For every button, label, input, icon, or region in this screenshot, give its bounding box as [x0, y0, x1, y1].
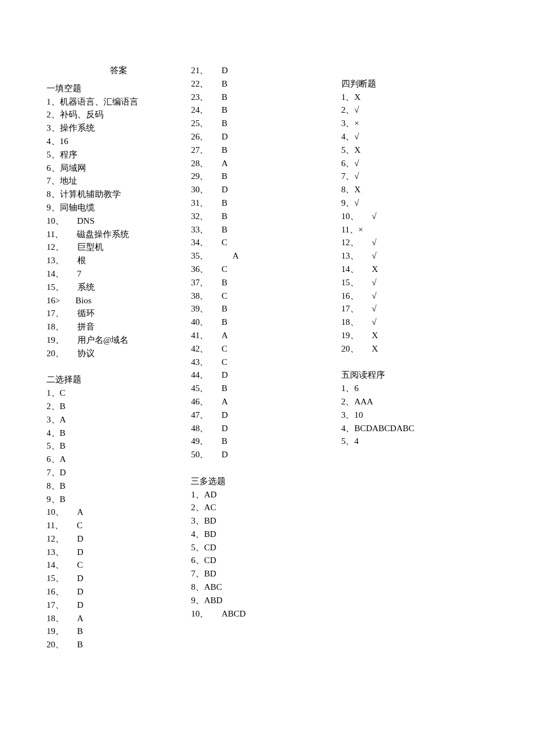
- section2b-item: 40、 B: [191, 316, 341, 329]
- section3-item: 6、CD: [191, 554, 341, 567]
- section4-item: 15、 √: [341, 276, 488, 289]
- section2b-item: 33、 B: [191, 223, 341, 237]
- section1-item: 18、 拼音: [47, 320, 191, 334]
- section4-item: 2、√: [341, 103, 488, 117]
- section4-list: 1、X2、√3、×4、√5、X6、√7、√8、X9、√10、 √11、×12、 …: [341, 91, 488, 356]
- section2b-item: 38、 C: [191, 289, 341, 303]
- section2b-item: 39、 B: [191, 302, 341, 316]
- section4-item: 13、 √: [341, 249, 488, 263]
- section4-item: 4、√: [341, 130, 488, 144]
- section2b-item: 30、 D: [191, 183, 341, 196]
- section3-item: 1、AD: [191, 488, 341, 501]
- section2-item: 8、B: [47, 479, 191, 493]
- section4-item: 20、 X: [341, 342, 488, 356]
- section4-item: 8、X: [341, 183, 488, 196]
- column-1: 答案 一填空题 1、机器语言、汇编语言2、补码、反码3、操作系统4、165、程序…: [47, 64, 191, 651]
- section2-item: 7、D: [47, 466, 191, 479]
- section2-item: 5、B: [47, 439, 191, 453]
- section2b-item: 41、 A: [191, 329, 341, 342]
- section2b-item: 43、 C: [191, 356, 341, 369]
- section1-item: 14、 7: [47, 267, 191, 281]
- section2b-item: 37、 B: [191, 276, 341, 289]
- section4-item: 3、×: [341, 117, 488, 130]
- section2b-item: 36、 C: [191, 263, 341, 276]
- section2-item: 10、 A: [47, 506, 191, 519]
- section4-item: 12、 √: [341, 236, 488, 249]
- section1-item: 19、 用户名@域名: [47, 334, 191, 347]
- section3-item: 9、ABD: [191, 594, 341, 607]
- section2-item: 17、 D: [47, 599, 191, 612]
- section1-item: 2、补码、反码: [47, 108, 191, 121]
- section1-item: 7、地址: [47, 174, 191, 188]
- section2b-item: 31、 B: [191, 196, 341, 210]
- section4-item: 9、√: [341, 196, 488, 210]
- section1-item: 11、 磁盘操作系统: [47, 228, 191, 241]
- section4-item: 1、X: [341, 91, 488, 104]
- section2b-item: 28、 A: [191, 157, 341, 170]
- section1-item: 12、 巨型机: [47, 241, 191, 254]
- section1-head: 一填空题: [47, 82, 191, 95]
- section2-item: 18、 A: [47, 612, 191, 625]
- section2b-item: 27、 B: [191, 144, 341, 157]
- section1-item: 16> Bios: [47, 294, 191, 307]
- section2b-item: 26、 D: [191, 130, 341, 144]
- column-2: 21、 D22、 B23、 B24、 B25、 B26、 D27、 B28、 A…: [191, 64, 341, 651]
- section2-list: 1、C2、B3、A4、B5、B6、A7、D8、B9、B10、 A11、 C12、…: [47, 386, 191, 651]
- section1-item: 13、 根: [47, 254, 191, 267]
- section1-item: 17、 循环: [47, 307, 191, 320]
- section2-item: 13、 D: [47, 546, 191, 559]
- section5-item: 3、10: [341, 409, 488, 422]
- section4-item: 16、 √: [341, 289, 488, 303]
- section2-item: 19、 B: [47, 625, 191, 638]
- section5-item: 4、BCDABCDABC: [341, 422, 488, 435]
- section1-item: 3、操作系统: [47, 121, 191, 135]
- section3-item: 4、BD: [191, 528, 341, 541]
- section4-item: 18、 √: [341, 316, 488, 329]
- section2-item: 9、B: [47, 493, 191, 506]
- section1-item: 9、同轴电缆: [47, 201, 191, 214]
- section3-list: 1、AD2、AC3、BD4、BD5、CD6、CD7、BD8、ABC9、ABD10…: [191, 488, 341, 621]
- section4-item: 17、 √: [341, 302, 488, 316]
- section3-head: 三多选题: [191, 475, 341, 488]
- section1-item: 20、 协议: [47, 347, 191, 360]
- section2b-item: 35、 A: [191, 249, 341, 263]
- section2b-item: 45、 B: [191, 382, 341, 395]
- section2-item: 12、 D: [47, 532, 191, 546]
- section2b-item: 47、 D: [191, 409, 341, 422]
- section2b-item: 24、 B: [191, 103, 341, 117]
- section2b-item: 42、 C: [191, 342, 341, 356]
- section3-item: 7、BD: [191, 567, 341, 581]
- section2b-item: 21、 D: [191, 64, 341, 77]
- section2b-item: 29、 B: [191, 170, 341, 183]
- section4-item: 10、 √: [341, 210, 488, 223]
- section3-item: 8、ABC: [191, 581, 341, 594]
- section1-item: 1、机器语言、汇编语言: [47, 95, 191, 109]
- section1-item: 10、 DNS: [47, 214, 191, 228]
- section2b-item: 50、 D: [191, 448, 341, 461]
- section2-item: 11、 C: [47, 519, 191, 532]
- section4-item: 7、√: [341, 170, 488, 183]
- section5-item: 1、6: [341, 382, 488, 395]
- section2b-list: 21、 D22、 B23、 B24、 B25、 B26、 D27、 B28、 A…: [191, 64, 341, 461]
- section1-item: 15、 系统: [47, 281, 191, 294]
- section2b-item: 44、 D: [191, 368, 341, 382]
- column-3: 四判断题 1、X2、√3、×4、√5、X6、√7、√8、X9、√10、 √11、…: [341, 64, 488, 651]
- section2-item: 2、B: [47, 400, 191, 413]
- section5-item: 5、4: [341, 435, 488, 448]
- section2b-item: 34、 C: [191, 236, 341, 249]
- section4-item: 14、 X: [341, 263, 488, 276]
- section5-head: 五阅读程序: [341, 368, 488, 382]
- section2-item: 3、A: [47, 413, 191, 427]
- section1-item: 6、局域网: [47, 162, 191, 175]
- section3-item: 10、 ABCD: [191, 607, 341, 621]
- section2b-item: 32、 B: [191, 210, 341, 223]
- section5-list: 1、62、AAA3、104、BCDABCDABC5、4: [341, 382, 488, 448]
- section4-item: 11、×: [341, 223, 488, 237]
- section2b-item: 48、 D: [191, 422, 341, 435]
- section2-item: 20、 B: [47, 638, 191, 651]
- section5-item: 2、AAA: [341, 395, 488, 409]
- section4-head: 四判断题: [341, 77, 488, 91]
- page-title: 答案: [47, 64, 191, 77]
- section2b-item: 22、 B: [191, 77, 341, 91]
- section1-list: 1、机器语言、汇编语言2、补码、反码3、操作系统4、165、程序6、局域网7、地…: [47, 95, 191, 360]
